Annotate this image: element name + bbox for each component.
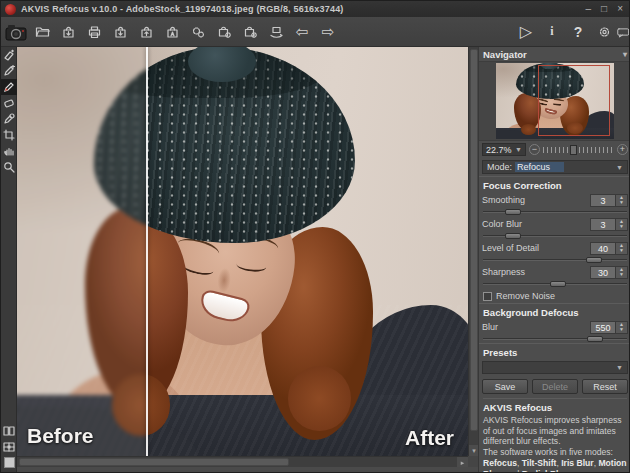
focus-area-pencil-icon[interactable] [1,63,17,79]
before-label: Before [27,424,94,448]
help-icon[interactable]: ? [565,20,591,44]
save-image-icon[interactable] [55,20,81,44]
tools-panel [1,47,17,473]
blur-slider[interactable] [483,335,627,343]
navigator-preview[interactable] [479,61,630,141]
param-blur: Blur 550▲▼ [479,319,630,343]
before-after-divider[interactable] [146,47,148,456]
quick-selection-tool-icon[interactable] [1,47,17,63]
image-canvas[interactable]: Before After [17,47,468,456]
horizontal-scrollbar-thumb[interactable] [19,458,289,466]
spinner-arrows-icon[interactable]: ▲▼ [616,194,628,207]
level-of-detail-slider[interactable] [483,256,627,264]
crop-tool-icon[interactable] [1,127,17,143]
spinner-arrows-icon[interactable]: ▲▼ [616,266,628,279]
mode-dropdown[interactable]: Mode: Refocus ▼ [482,160,628,174]
maximize-button[interactable]: □ [601,2,607,16]
preset-dropdown[interactable]: ▼ [482,361,628,374]
slider-handle[interactable] [550,281,566,287]
collapse-triangle-icon[interactable]: ▾ [623,50,627,59]
run-icon[interactable]: ▷ [513,20,539,44]
param-label: Color Blur [482,219,522,229]
slider-handle[interactable] [587,336,603,342]
import-presets-icon[interactable] [107,20,133,44]
photo-portrait [17,47,468,456]
smoothing-slider[interactable] [483,208,627,216]
sharpness-slider[interactable] [483,280,627,288]
spinner-arrows-icon[interactable]: ▲▼ [616,242,628,255]
remove-noise-checkbox[interactable] [483,292,492,301]
vertical-scrollbar-thumb[interactable] [470,49,478,431]
sharpness-value[interactable]: 30 [590,266,616,279]
navigator-view-frame[interactable] [538,65,610,136]
minimize-button[interactable]: – [586,2,592,16]
akvis-logo-icon [5,4,16,15]
feedback-chat-icon[interactable] [617,20,630,44]
slider-handle[interactable] [505,233,521,239]
about-description: AKVIS Refocus improves sharpness of out … [483,415,627,473]
undo-icon[interactable]: ⇦ [289,20,315,44]
close-button[interactable]: × [617,2,623,16]
chevron-down-icon: ▼ [515,146,522,153]
camera-logo-icon [3,20,29,44]
share-icon[interactable] [263,20,289,44]
batch-processing-icon[interactable] [185,20,211,44]
presets-manager-icon[interactable] [159,20,185,44]
level-of-detail-value[interactable]: 40 [590,242,616,255]
mode-value: Refocus [515,162,564,172]
color-blur-value[interactable]: 3 [590,218,616,231]
spinner-arrows-icon[interactable]: ▲▼ [616,321,628,334]
navigator-header: Navigator ▾ [479,47,630,61]
param-label: Blur [482,322,498,332]
smoothing-value[interactable]: 3 [590,194,616,207]
color-blur-slider[interactable] [483,232,627,240]
title-bar: AKVIS Refocus v.10.0 - AdobeStock_119974… [1,1,630,17]
open-image-icon[interactable] [29,20,55,44]
zoom-level-dropdown[interactable]: 22.7% ▼ [482,143,526,156]
mode-label: Mode: [487,162,512,172]
spinner-arrows-icon[interactable]: ▲▼ [616,218,628,231]
param-color-blur: Color Blur 3▲▼ [479,216,630,240]
chevron-down-icon: ▼ [616,164,623,171]
vertical-scrollbar[interactable]: ▾ [468,47,478,456]
eraser-tool-icon[interactable] [1,95,17,111]
zoom-out-button[interactable]: − [529,144,540,155]
slider-handle[interactable] [505,209,521,215]
background-color-swatch[interactable] [4,457,15,468]
split-view-layout-icon[interactable] [1,439,17,455]
photo-hair [288,366,351,431]
background-defocus-header: Background Defocus [479,303,630,319]
hand-tool-icon[interactable] [1,143,17,159]
blur-value[interactable]: 550 [590,321,616,334]
preferences-gear-icon[interactable] [591,20,617,44]
zoom-slider-handle[interactable] [570,145,577,155]
window-title: AKVIS Refocus v.10.0 - AdobeStock_119974… [21,4,344,14]
zoom-in-button[interactable]: + [617,144,628,155]
save-preset-button[interactable]: Save [482,379,528,394]
redo-icon[interactable]: ⇨ [315,20,341,44]
export-presets-icon[interactable] [133,20,159,44]
print-image-icon[interactable] [81,20,107,44]
param-label: Sharpness [482,267,525,277]
split-view-vertical-icon[interactable] [1,423,17,439]
zoom-tool-icon[interactable] [1,159,17,175]
after-label: After [405,426,454,450]
main-toolbar: ⇦ ⇨ ▷ i ? [1,17,630,47]
horizontal-scrollbar[interactable]: ▸ [17,456,468,467]
zoom-slider[interactable] [543,144,614,156]
export-settings-icon[interactable] [237,20,263,44]
before-region [17,47,146,456]
import-settings-icon[interactable] [211,20,237,44]
scrollbar-corner [468,456,478,467]
info-icon[interactable]: i [539,20,565,44]
focus-correction-header: Focus Correction [479,176,630,192]
zoom-controls: 22.7% ▼ − + [479,141,630,158]
presets-header: Presets [479,343,630,359]
background-area-pencil-icon[interactable] [1,79,17,95]
slider-handle[interactable] [586,257,602,263]
akvis-refocus-window: AKVIS Refocus v.10.0 - AdobeStock_119974… [0,0,630,473]
param-label: Level of Detail [482,243,539,253]
defocus-area-pencil-icon[interactable] [1,111,17,127]
reset-preset-button[interactable]: Reset [582,379,628,394]
delete-preset-button[interactable]: Delete [532,379,578,394]
